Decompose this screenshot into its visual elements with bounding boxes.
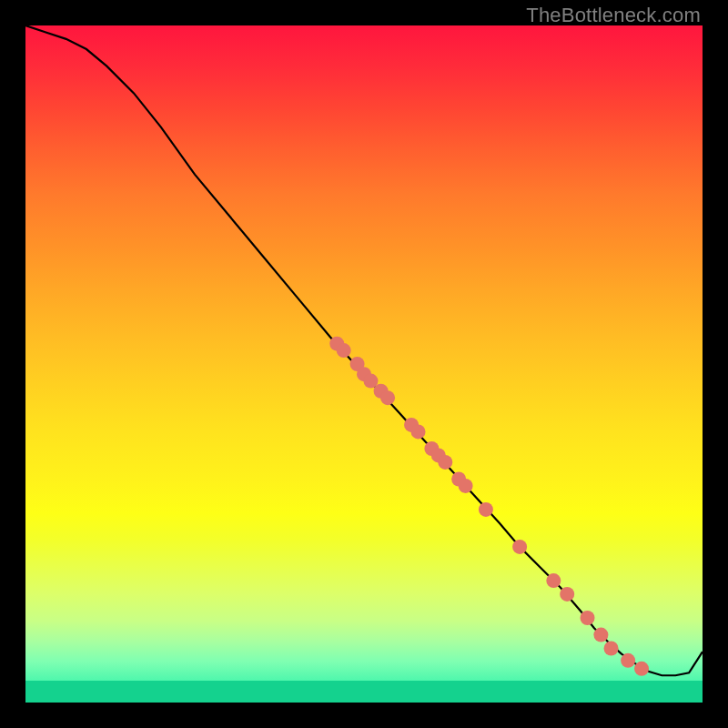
data-point: [380, 390, 395, 405]
data-point: [634, 662, 649, 676]
data-point: [438, 455, 452, 470]
data-point: [604, 641, 619, 655]
curve-path: [25, 25, 703, 675]
data-point: [546, 573, 561, 588]
curve-line: [25, 25, 703, 675]
chart-frame: TheBottleneck.com: [0, 0, 728, 728]
data-point: [459, 479, 473, 493]
plot-area: [25, 25, 703, 703]
data-point: [581, 611, 595, 625]
watermark-text: TheBottleneck.com: [526, 4, 701, 27]
data-point: [411, 424, 426, 439]
data-point: [479, 502, 493, 517]
data-point: [593, 628, 608, 642]
data-point: [337, 343, 351, 358]
data-point: [621, 653, 635, 668]
chart-svg: [25, 25, 703, 703]
data-point: [560, 587, 574, 602]
data-point: [512, 540, 527, 554]
scatter-points: [329, 337, 649, 676]
